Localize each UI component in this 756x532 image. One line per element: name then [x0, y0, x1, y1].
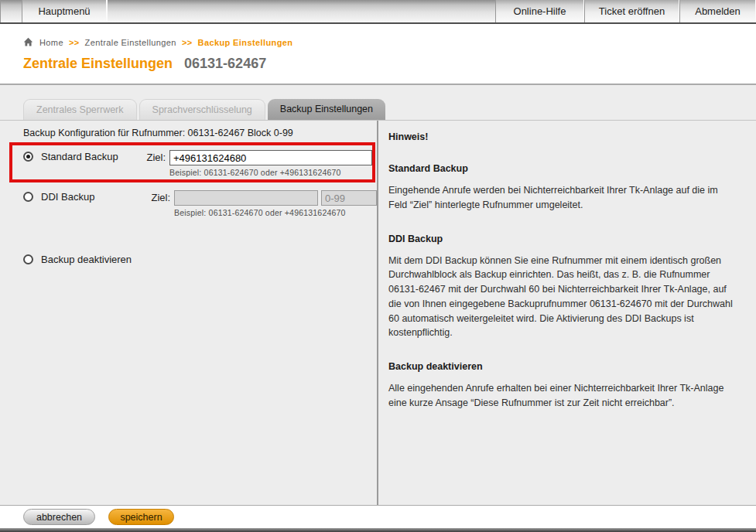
topbar-spacer [107, 0, 495, 22]
ddi-backup-input-stack: Beispiel: 06131-624670 oder +49613162467… [174, 190, 377, 217]
form-heading: Backup Konfiguration für Rufnummer: 0613… [0, 121, 377, 141]
top-menu-bar: Hauptmenü Online-Hilfe Ticket eröffnen A… [0, 0, 756, 24]
content-area: Backup Konfiguration für Rufnummer: 0613… [0, 121, 756, 505]
hint-heading-ddi-backup: DDI Backup [388, 234, 741, 244]
radio-ddi-backup[interactable] [23, 192, 33, 202]
footer-bar: abbrechen speichern [0, 505, 756, 528]
breadcrumb-separator: >> [69, 38, 80, 47]
hint-title: Hinweis! [388, 131, 741, 142]
tab-sprachverschluesselung[interactable]: Sprachverschlüsselung [139, 99, 265, 120]
page-title: Zentrale Einstellungen 06131-62467 [23, 56, 756, 72]
home-icon [23, 37, 33, 47]
hint-text-backup-deaktivieren: Alle eingehenden Anrufe erhalten bei ein… [388, 381, 738, 411]
page-root: Hauptmenü Online-Hilfe Ticket eröffnen A… [0, 0, 756, 532]
backup-form-panel: Backup Konfiguration für Rufnummer: 0613… [0, 121, 377, 505]
tab-zentrales-sperrwerk[interactable]: Zentrales Sperrwerk [23, 99, 137, 120]
cancel-button[interactable]: abbrechen [23, 509, 95, 525]
hint-heading-standard-backup: Standard Backup [388, 163, 741, 174]
page-title-number: 06131-62467 [184, 56, 266, 71]
hint-text-standard-backup: Eingehende Anrufe werden bei Nichterreic… [388, 183, 738, 213]
hint-panel: Hinweis! Standard Backup Eingehende Anru… [378, 121, 756, 505]
standard-backup-row: Standard Backup Ziel: Beispiel: 06131-62… [12, 150, 372, 177]
ddi-backup-row: DDI Backup Ziel: Beispiel: 06131-624670 … [0, 190, 377, 217]
standard-backup-label: Standard Backup [41, 150, 136, 162]
ddi-backup-example: Beispiel: 06131-624670 oder +49613162467… [174, 208, 377, 217]
hint-text-ddi-backup: Mit dem DDI Backup können Sie eine Rufnu… [388, 254, 738, 341]
ddi-backup-range-input [321, 190, 377, 206]
bottom-page-edge [0, 528, 756, 532]
breadcrumb-home[interactable]: Home [39, 38, 63, 47]
logout-button[interactable]: Abmelden [679, 0, 756, 22]
page-title-text: Zentrale Einstellungen [23, 56, 173, 71]
ziel-label: Ziel: [136, 150, 166, 163]
backup-deaktivieren-label: Backup deaktivieren [41, 253, 140, 265]
ziel-label: Ziel: [139, 190, 170, 203]
breadcrumb-separator: >> [182, 38, 193, 47]
radio-backup-deaktivieren[interactable] [23, 254, 33, 264]
tab-strip: Zentrales Sperrwerk Sprachverschlüsselun… [0, 85, 756, 121]
backup-deactivate-row: Backup deaktivieren [0, 253, 377, 265]
online-help-button[interactable]: Online-Hilfe [495, 0, 584, 22]
ddi-backup-ziel-input [174, 190, 318, 206]
standard-backup-ziel-input[interactable] [169, 150, 372, 165]
breadcrumb-current: Backup Einstellungen [198, 38, 293, 47]
breadcrumb-zentrale-einstellungen[interactable]: Zentrale Einstellungen [85, 38, 176, 47]
ddi-backup-label: DDI Backup [41, 190, 139, 203]
standard-backup-example: Beispiel: 06131-624670 oder +49613162467… [169, 168, 372, 177]
main-menu-button[interactable]: Hauptmenü [22, 0, 107, 22]
standard-backup-input-stack: Beispiel: 06131-624670 oder +49613162467… [169, 150, 372, 177]
radio-standard-backup[interactable] [23, 152, 33, 162]
save-button[interactable]: speichern [108, 509, 174, 525]
topbar-left-pad [0, 0, 22, 22]
tab-backup-einstellungen[interactable]: Backup Einstellungen [268, 99, 385, 120]
page-head: Home >> Zentrale Einstellungen >> Backup… [0, 24, 756, 84]
hint-heading-backup-deaktivieren: Backup deaktivieren [388, 361, 741, 372]
highlight-annotation: Standard Backup Ziel: Beispiel: 06131-62… [9, 142, 375, 182]
open-ticket-button[interactable]: Ticket eröffnen [584, 0, 679, 22]
breadcrumb: Home >> Zentrale Einstellungen >> Backup… [23, 24, 756, 47]
